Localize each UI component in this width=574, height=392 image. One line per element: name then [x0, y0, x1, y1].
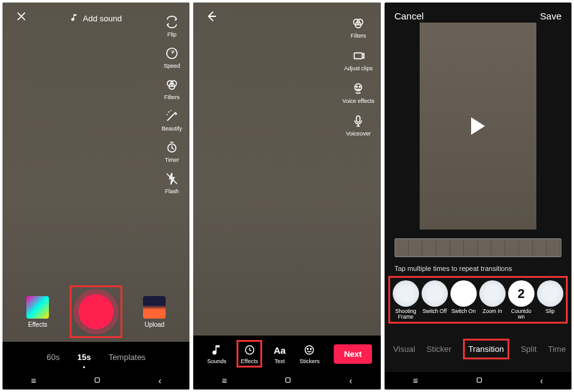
- transition-thumb: 2: [508, 280, 534, 307]
- add-sound-label: Add sound: [83, 14, 122, 23]
- beautify-icon: [164, 108, 180, 124]
- transition-thumb: [537, 280, 563, 307]
- music-icon: [70, 13, 79, 24]
- tab-time[interactable]: Time: [548, 341, 565, 358]
- tab-split[interactable]: Split: [521, 341, 536, 358]
- nav-recent-icon[interactable]: ≡: [31, 376, 36, 386]
- save-button[interactable]: Save: [540, 11, 561, 21]
- tool-filters[interactable]: Filters: [350, 15, 366, 39]
- record-button[interactable]: [73, 289, 119, 334]
- record-icon: [78, 294, 114, 329]
- stickers-icon: [303, 343, 316, 357]
- transition-thumb: [450, 280, 477, 307]
- mic-icon: [350, 113, 366, 129]
- tool-adjust-clips[interactable]: Adjust clips: [344, 48, 373, 72]
- transition-thumb: [393, 280, 419, 307]
- android-nav-bar: ≡ ‹: [3, 372, 189, 389]
- tab-sticker[interactable]: Sticker: [427, 341, 452, 358]
- play-icon: [471, 117, 485, 135]
- nav-home-icon[interactable]: [284, 376, 292, 386]
- screen-edit: Filters Adjust clips Voice effects Voice…: [193, 3, 380, 389]
- svg-rect-5: [95, 378, 99, 382]
- text-icon: Aa: [274, 343, 285, 357]
- tool-stickers[interactable]: Stickers: [299, 343, 319, 364]
- nav-home-icon[interactable]: [93, 376, 102, 386]
- tool-flip[interactable]: Flip: [164, 14, 180, 38]
- record-row: Effects Upload: [3, 285, 189, 338]
- transition-switch-off[interactable]: Switch Off: [422, 280, 448, 320]
- effects-thumbnail: [26, 296, 49, 319]
- nav-back-icon[interactable]: ‹: [540, 376, 543, 386]
- svg-rect-19: [477, 378, 481, 382]
- tool-sounds[interactable]: Sounds: [207, 343, 226, 364]
- duration-15s[interactable]: 15s: [77, 352, 91, 362]
- add-sound-button[interactable]: Add sound: [70, 13, 122, 24]
- svg-point-15: [306, 346, 314, 354]
- adjust-clips-icon: [350, 48, 366, 64]
- duration-templates[interactable]: Templates: [109, 352, 146, 362]
- highlight-effects: Effects: [237, 340, 262, 368]
- upload-thumbnail: [143, 296, 166, 319]
- svg-point-11: [356, 86, 358, 87]
- duration-60s[interactable]: 60s: [46, 352, 60, 362]
- next-button[interactable]: Next: [334, 344, 371, 364]
- nav-recent-icon[interactable]: ≡: [413, 376, 418, 386]
- transition-zoom-in[interactable]: Zoom In: [479, 280, 506, 320]
- upload-button[interactable]: Upload: [143, 296, 166, 328]
- timeline-scrubber[interactable]: [395, 238, 561, 257]
- tab-transition[interactable]: Transition: [463, 339, 510, 359]
- music-icon: [211, 343, 223, 357]
- svg-rect-18: [286, 378, 290, 382]
- transition-thumb: [422, 280, 448, 307]
- nav-back-icon[interactable]: ‹: [349, 376, 353, 386]
- transition-thumb: [479, 280, 506, 307]
- flash-icon: [164, 171, 180, 187]
- highlight-record: [70, 285, 122, 338]
- effects-icon: [243, 343, 256, 357]
- highlight-transitions-row: Shooting Frame Switch Off Switch On Zoom…: [388, 276, 568, 324]
- tool-effects[interactable]: Effects: [241, 343, 258, 364]
- timer-icon: [164, 139, 180, 156]
- screen-transitions: Cancel Save Tap multiple times to repeat…: [385, 3, 571, 389]
- filters-icon: [164, 77, 180, 93]
- speed-icon: [164, 45, 180, 61]
- svg-point-16: [307, 349, 309, 350]
- hint-text: Tap multiple times to repeat transitions: [395, 265, 513, 272]
- flip-icon: [164, 14, 180, 30]
- screen-record: Add sound Flip Speed Filters Beautify Ti…: [3, 3, 189, 389]
- svg-point-17: [311, 349, 312, 350]
- effects-button[interactable]: Effects: [26, 296, 49, 328]
- transition-countdown[interactable]: 2 Countdo wn: [508, 280, 534, 320]
- svg-rect-9: [354, 53, 363, 58]
- video-preview[interactable]: [420, 23, 536, 230]
- tab-visual[interactable]: Visual: [393, 341, 415, 358]
- back-icon[interactable]: [205, 9, 218, 27]
- bottom-toolbar: Sounds Effects Aa Text Stickers Next: [193, 336, 380, 372]
- filters-icon: [350, 15, 366, 31]
- tool-timer[interactable]: Timer: [164, 139, 180, 163]
- tool-speed[interactable]: Speed: [164, 45, 180, 69]
- transition-slip[interactable]: Slip: [537, 280, 563, 320]
- tool-beautify[interactable]: Beautify: [162, 108, 183, 132]
- side-tool-rail: Flip Speed Filters Beautify Timer Flash: [162, 14, 183, 194]
- tool-flash[interactable]: Flash: [164, 171, 180, 194]
- transition-switch-on[interactable]: Switch On: [450, 280, 477, 320]
- close-icon[interactable]: [15, 10, 28, 26]
- android-nav-bar: ≡ ‹: [385, 372, 571, 389]
- nav-recent-icon[interactable]: ≡: [222, 376, 227, 386]
- svg-point-12: [359, 86, 361, 87]
- android-nav-bar: ≡ ‹: [193, 372, 380, 389]
- nav-back-icon[interactable]: ‹: [158, 376, 161, 386]
- side-tool-rail: Filters Adjust clips Voice effects Voice…: [343, 15, 375, 137]
- tool-text[interactable]: Aa Text: [274, 343, 285, 364]
- tool-voice-effects[interactable]: Voice effects: [343, 80, 375, 104]
- voice-effects-icon: [350, 80, 366, 97]
- tool-voiceover[interactable]: Voiceover: [346, 113, 371, 137]
- tool-filters[interactable]: Filters: [164, 77, 180, 100]
- duration-tabs: 60s 15s Templates: [3, 342, 189, 372]
- transition-shooting-frame[interactable]: Shooting Frame: [393, 280, 419, 320]
- cancel-button[interactable]: Cancel: [395, 11, 424, 21]
- nav-home-icon[interactable]: [475, 376, 484, 386]
- svg-rect-13: [356, 116, 360, 122]
- category-tabs: Visual Sticker Transition Split Time: [385, 339, 571, 359]
